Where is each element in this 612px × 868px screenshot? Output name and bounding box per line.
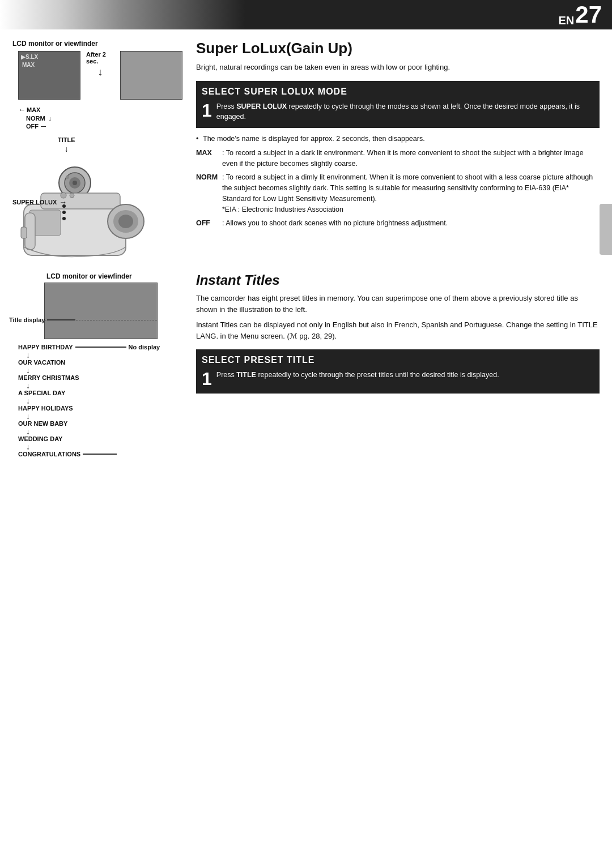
desc-term-norm: NORM : To record a subject in a dimly li…	[196, 172, 600, 215]
lcd-screen-text: ▶S.LX	[21, 54, 38, 60]
arrow-right-max-icon: ←	[18, 105, 26, 114]
desc-bullet-time: The mode’s name is displayed for approx.…	[196, 134, 600, 144]
right-column-top: Super LoLux(Gain Up) Bright, natural rec…	[196, 40, 600, 261]
vert-connector-6: ↓	[26, 427, 182, 435]
step-number-preset: 1	[202, 370, 212, 388]
title-item-happy-holidays: HAPPY HOLIDAYS	[18, 405, 182, 412]
arrow-down-norm-icon: ↓	[49, 115, 52, 122]
title-item-congratulations: CONGRATULATIONS	[18, 451, 182, 457]
camera-area: TITLE ↓	[12, 136, 182, 261]
title-text-label: TITLE	[58, 136, 75, 143]
lcd-screen-max: MAX	[22, 62, 35, 68]
step-row-preset: 1 Press TITLE repeatedly to cycle throug…	[202, 370, 592, 388]
header-bar: EN 27	[0, 0, 612, 29]
header-en-label: EN	[558, 14, 574, 29]
title-label-area: TITLE ↓	[58, 136, 75, 153]
vert-connector-4: ↓	[26, 397, 182, 405]
super-lolux-intro: Bright, natural recordings can be taken …	[196, 62, 600, 73]
title-display-label-container: Title display	[9, 317, 75, 323]
svg-point-4	[66, 176, 69, 179]
step-box-title-lolux: SELECT SUPER LOLUX MODE	[202, 87, 592, 97]
lcd-screen-2	[120, 51, 182, 100]
desc-term-off: OFF : Allows you to shoot dark scenes wi…	[196, 218, 600, 229]
svg-point-3	[73, 181, 77, 185]
vert-arrow-4-icon: ↓	[26, 397, 30, 405]
mode-vertical-list: ← MAX NORM ↓ OFF —	[18, 105, 52, 131]
super-lolux-bold: SUPER LOLUX	[236, 102, 287, 110]
vert-connector-1: ↓	[26, 351, 182, 359]
camera-svg-area	[12, 153, 160, 263]
mode-off: OFF —	[26, 123, 46, 130]
vert-arrow-6-icon: ↓	[26, 427, 30, 435]
mode-norm: NORM ↓	[26, 115, 52, 122]
desc-list-lolux: The mode’s name is displayed for approx.…	[196, 134, 600, 229]
desc-norm-text: : To record a subject in a dimly lit env…	[222, 172, 600, 215]
sidebar-tab	[600, 204, 612, 255]
title-bold: TITLE	[236, 371, 256, 379]
title-happy-birthday-text: HAPPY BIRTHDAY	[18, 344, 73, 350]
super-lolux-label: SUPER LOLUX →	[12, 198, 67, 207]
vert-connector-5: ↓	[26, 412, 182, 420]
top-main-content: LCD monitor or viewfinder ▶S.LX MAX Afte…	[0, 29, 612, 267]
no-display-line	[75, 347, 126, 348]
bottom-content: LCD monitor or viewfinder Title display …	[0, 267, 612, 464]
svg-point-9	[118, 215, 133, 228]
lcd-diagram-top: ▶S.LX MAX After 2 sec. ↓	[18, 51, 182, 100]
step-text-preset: Press TITLE repeatedly to cycle through …	[216, 370, 499, 380]
arrow-down-icon: ↓	[98, 67, 103, 77]
svg-point-13	[70, 193, 74, 198]
camera-illustration	[12, 153, 160, 261]
desc-term-max: MAX : To record a subject in a dark lit …	[196, 148, 600, 169]
vert-arrow-5-icon: ↓	[26, 412, 30, 420]
lcd-monitor-label-top: LCD monitor or viewfinder	[12, 40, 182, 48]
eia-note: *EIA : Electronic Industries Association	[222, 206, 343, 213]
step-row-lolux: 1 Press SUPER LOLUX repeatedly to cycle …	[202, 101, 592, 123]
after-arrow-area: After 2 sec. ↓	[86, 51, 114, 77]
select-super-lolux-box: SELECT SUPER LOLUX MODE 1 Press SUPER LO…	[196, 81, 600, 129]
title-item-new-baby: OUR NEW BABY	[18, 420, 182, 427]
left-column-top: LCD monitor or viewfinder ▶S.LX MAX Afte…	[12, 40, 182, 261]
title-item-merry-christmas: MERRY CHRISTMAS	[18, 374, 182, 381]
select-preset-title-box: SELECT PRESET TITLE 1 Press TITLE repeat…	[196, 349, 600, 394]
title-list: HAPPY BIRTHDAY No display ↓ OUR VACATION…	[18, 344, 182, 457]
lcd-screen-bottom-container: Title display	[44, 283, 182, 339]
vert-connector-7: ↓	[26, 443, 182, 451]
title-display-label: Title display	[9, 317, 45, 323]
title-display-connector-line	[47, 319, 75, 320]
vert-arrow-3-icon: ↓	[26, 382, 30, 390]
lcd-screen-bottom	[44, 283, 158, 339]
line-off-icon: —	[41, 123, 46, 129]
mode-labels-area: ← MAX NORM ↓ OFF —	[18, 104, 182, 131]
arrow-right-lolux-icon: →	[59, 198, 67, 207]
header-page-number: 27	[575, 3, 602, 27]
vert-arrow-1-icon: ↓	[26, 351, 30, 359]
desc-off-text: : Allows you to shoot dark scenes with n…	[222, 218, 600, 229]
mode-max: ← MAX	[18, 105, 40, 114]
instant-titles-title: Instant Titles	[196, 272, 600, 288]
lcd-screen-1: ▶S.LX MAX	[18, 51, 80, 100]
vert-arrow-2-icon: ↓	[26, 366, 30, 374]
title-congratulations-text: CONGRATULATIONS	[18, 451, 80, 457]
title-item-happy-birthday: HAPPY BIRTHDAY No display	[18, 344, 182, 350]
dot-3	[62, 217, 66, 220]
arrow-down-title-icon: ↓	[65, 144, 69, 153]
bottom-right-column: Instant Titles The camcorder has eight p…	[196, 272, 600, 458]
title-happy-holidays-text: HAPPY HOLIDAYS	[18, 405, 73, 412]
bottom-left-column: LCD monitor or viewfinder Title display …	[12, 272, 182, 458]
vert-arrow-7-icon: ↓	[26, 443, 30, 451]
super-lolux-text: SUPER LOLUX	[12, 199, 57, 206]
after-label: After 2 sec.	[86, 51, 114, 65]
title-new-baby-text: OUR NEW BABY	[18, 420, 67, 427]
title-item-wedding-day: WEDDING DAY	[18, 435, 182, 442]
vert-connector-3: ↓	[26, 382, 182, 390]
title-merry-christmas-text: MERRY CHRISTMAS	[18, 374, 79, 381]
desc-off-label: OFF	[196, 218, 219, 229]
svg-rect-14	[21, 227, 27, 238]
desc-norm-label: NORM	[196, 172, 219, 215]
instant-intro-2: Instant Titles can be displayed not only…	[196, 319, 600, 341]
congratulations-end-line	[83, 454, 117, 455]
title-item-our-vacation: OUR VACATION	[18, 359, 182, 366]
step-text-lolux: Press SUPER LOLUX repeatedly to cycle th…	[216, 101, 592, 123]
instant-intro-1: The camcorder has eight preset titles in…	[196, 293, 600, 315]
dot-2	[62, 211, 66, 214]
